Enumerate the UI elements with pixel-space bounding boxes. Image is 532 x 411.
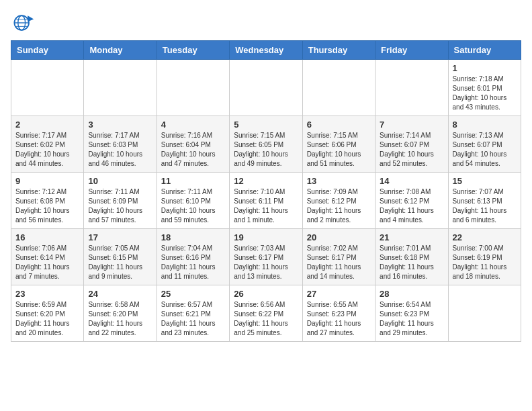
day-number: 21 xyxy=(380,232,443,242)
day-info: Sunrise: 7:05 AM Sunset: 6:15 PM Dayligh… xyxy=(88,244,152,281)
day-number: 6 xyxy=(307,120,371,130)
calendar-week-row: 2Sunrise: 7:17 AM Sunset: 6:02 PM Daylig… xyxy=(11,116,521,173)
day-number: 25 xyxy=(161,289,225,299)
day-info: Sunrise: 7:12 AM Sunset: 6:08 PM Dayligh… xyxy=(15,187,79,225)
calendar-cell: 17Sunrise: 7:05 AM Sunset: 6:15 PM Dayli… xyxy=(84,229,157,285)
day-info: Sunrise: 7:13 AM Sunset: 6:07 PM Dayligh… xyxy=(453,131,517,169)
day-info: Sunrise: 7:11 AM Sunset: 6:09 PM Dayligh… xyxy=(88,187,152,225)
calendar-cell: 20Sunrise: 7:02 AM Sunset: 6:17 PM Dayli… xyxy=(302,229,375,285)
calendar-day-header: Monday xyxy=(84,41,157,60)
day-number: 15 xyxy=(453,176,517,186)
day-number: 7 xyxy=(380,120,443,130)
day-number: 4 xyxy=(161,120,225,130)
day-info: Sunrise: 7:15 AM Sunset: 6:05 PM Dayligh… xyxy=(234,131,298,169)
calendar-cell: 21Sunrise: 7:01 AM Sunset: 6:18 PM Dayli… xyxy=(375,229,448,285)
calendar-cell: 18Sunrise: 7:04 AM Sunset: 6:16 PM Dayli… xyxy=(157,229,229,285)
calendar-cell: 22Sunrise: 7:00 AM Sunset: 6:19 PM Dayli… xyxy=(448,229,521,285)
calendar-cell: 1Sunrise: 7:18 AM Sunset: 6:01 PM Daylig… xyxy=(448,60,521,116)
day-info: Sunrise: 6:54 AM Sunset: 6:23 PM Dayligh… xyxy=(380,300,443,338)
calendar-cell: 25Sunrise: 6:57 AM Sunset: 6:21 PM Dayli… xyxy=(157,285,229,342)
day-info: Sunrise: 7:06 AM Sunset: 6:14 PM Dayligh… xyxy=(15,244,79,281)
day-info: Sunrise: 6:58 AM Sunset: 6:20 PM Dayligh… xyxy=(88,300,152,338)
day-number: 23 xyxy=(15,289,79,299)
calendar-cell: 28Sunrise: 6:54 AM Sunset: 6:23 PM Dayli… xyxy=(375,285,448,342)
logo-icon xyxy=(11,11,35,35)
day-number: 5 xyxy=(234,120,298,130)
day-info: Sunrise: 7:09 AM Sunset: 6:12 PM Dayligh… xyxy=(307,187,371,225)
calendar-cell: 6Sunrise: 7:15 AM Sunset: 6:06 PM Daylig… xyxy=(302,116,375,173)
day-number: 20 xyxy=(307,232,371,242)
day-info: Sunrise: 7:07 AM Sunset: 6:13 PM Dayligh… xyxy=(453,187,517,225)
day-info: Sunrise: 7:08 AM Sunset: 6:12 PM Dayligh… xyxy=(380,187,443,225)
calendar-cell: 12Sunrise: 7:10 AM Sunset: 6:11 PM Dayli… xyxy=(230,173,302,229)
day-info: Sunrise: 7:00 AM Sunset: 6:19 PM Dayligh… xyxy=(453,244,517,281)
day-number: 3 xyxy=(88,120,152,130)
day-number: 27 xyxy=(307,289,371,299)
day-info: Sunrise: 7:15 AM Sunset: 6:06 PM Dayligh… xyxy=(307,131,371,169)
calendar-cell: 16Sunrise: 7:06 AM Sunset: 6:14 PM Dayli… xyxy=(11,229,84,285)
day-info: Sunrise: 7:03 AM Sunset: 6:17 PM Dayligh… xyxy=(234,244,298,281)
day-number: 2 xyxy=(15,120,79,130)
page-header xyxy=(11,11,521,35)
calendar-day-header: Wednesday xyxy=(230,41,302,60)
calendar-cell: 23Sunrise: 6:59 AM Sunset: 6:20 PM Dayli… xyxy=(11,285,84,342)
calendar-day-header: Sunday xyxy=(11,41,84,60)
calendar-cell: 11Sunrise: 7:11 AM Sunset: 6:10 PM Dayli… xyxy=(157,173,229,229)
day-info: Sunrise: 7:02 AM Sunset: 6:17 PM Dayligh… xyxy=(307,244,371,281)
day-info: Sunrise: 6:59 AM Sunset: 6:20 PM Dayligh… xyxy=(15,300,79,338)
calendar-cell: 19Sunrise: 7:03 AM Sunset: 6:17 PM Dayli… xyxy=(230,229,302,285)
day-info: Sunrise: 7:16 AM Sunset: 6:04 PM Dayligh… xyxy=(161,131,225,169)
calendar-cell: 8Sunrise: 7:13 AM Sunset: 6:07 PM Daylig… xyxy=(448,116,521,173)
calendar-day-header: Saturday xyxy=(448,41,521,60)
calendar-cell: 13Sunrise: 7:09 AM Sunset: 6:12 PM Dayli… xyxy=(302,173,375,229)
day-info: Sunrise: 7:14 AM Sunset: 6:07 PM Dayligh… xyxy=(380,131,443,169)
calendar-cell xyxy=(230,60,302,116)
calendar-cell: 24Sunrise: 6:58 AM Sunset: 6:20 PM Dayli… xyxy=(84,285,157,342)
calendar-cell xyxy=(375,60,448,116)
calendar-cell: 27Sunrise: 6:55 AM Sunset: 6:23 PM Dayli… xyxy=(302,285,375,342)
calendar-week-row: 9Sunrise: 7:12 AM Sunset: 6:08 PM Daylig… xyxy=(11,173,521,229)
day-number: 12 xyxy=(234,176,298,186)
calendar-day-header: Thursday xyxy=(302,41,375,60)
day-info: Sunrise: 6:55 AM Sunset: 6:23 PM Dayligh… xyxy=(307,300,371,338)
day-info: Sunrise: 7:18 AM Sunset: 6:01 PM Dayligh… xyxy=(453,75,517,112)
day-info: Sunrise: 7:10 AM Sunset: 6:11 PM Dayligh… xyxy=(234,187,298,225)
calendar-cell: 15Sunrise: 7:07 AM Sunset: 6:13 PM Dayli… xyxy=(448,173,521,229)
day-info: Sunrise: 7:11 AM Sunset: 6:10 PM Dayligh… xyxy=(161,187,225,225)
day-number: 18 xyxy=(161,232,225,242)
calendar-cell: 5Sunrise: 7:15 AM Sunset: 6:05 PM Daylig… xyxy=(230,116,302,173)
day-number: 26 xyxy=(234,289,298,299)
day-number: 8 xyxy=(453,120,517,130)
calendar-day-header: Friday xyxy=(375,41,448,60)
day-info: Sunrise: 7:17 AM Sunset: 6:03 PM Dayligh… xyxy=(88,131,152,169)
calendar-cell xyxy=(11,60,84,116)
day-info: Sunrise: 6:56 AM Sunset: 6:22 PM Dayligh… xyxy=(234,300,298,338)
calendar-table: SundayMondayTuesdayWednesdayThursdayFrid… xyxy=(11,40,521,342)
day-number: 14 xyxy=(380,176,443,186)
day-info: Sunrise: 7:04 AM Sunset: 6:16 PM Dayligh… xyxy=(161,244,225,281)
day-number: 13 xyxy=(307,176,371,186)
day-number: 11 xyxy=(161,176,225,186)
calendar-week-row: 23Sunrise: 6:59 AM Sunset: 6:20 PM Dayli… xyxy=(11,285,521,342)
calendar-cell: 26Sunrise: 6:56 AM Sunset: 6:22 PM Dayli… xyxy=(230,285,302,342)
svg-marker-5 xyxy=(28,15,34,21)
calendar-cell: 9Sunrise: 7:12 AM Sunset: 6:08 PM Daylig… xyxy=(11,173,84,229)
day-number: 1 xyxy=(453,63,517,73)
calendar-day-header: Tuesday xyxy=(157,41,229,60)
calendar-cell xyxy=(302,60,375,116)
day-number: 16 xyxy=(15,232,79,242)
calendar-cell xyxy=(448,285,521,342)
calendar-week-row: 1Sunrise: 7:18 AM Sunset: 6:01 PM Daylig… xyxy=(11,60,521,116)
day-info: Sunrise: 7:01 AM Sunset: 6:18 PM Dayligh… xyxy=(380,244,443,281)
day-number: 28 xyxy=(380,289,443,299)
calendar-cell: 3Sunrise: 7:17 AM Sunset: 6:03 PM Daylig… xyxy=(84,116,157,173)
day-number: 9 xyxy=(15,176,79,186)
day-info: Sunrise: 7:17 AM Sunset: 6:02 PM Dayligh… xyxy=(15,131,79,169)
calendar-week-row: 16Sunrise: 7:06 AM Sunset: 6:14 PM Dayli… xyxy=(11,229,521,285)
calendar-cell: 4Sunrise: 7:16 AM Sunset: 6:04 PM Daylig… xyxy=(157,116,229,173)
day-number: 17 xyxy=(88,232,152,242)
day-number: 24 xyxy=(88,289,152,299)
calendar-cell: 7Sunrise: 7:14 AM Sunset: 6:07 PM Daylig… xyxy=(375,116,448,173)
day-number: 10 xyxy=(88,176,152,186)
calendar-cell: 2Sunrise: 7:17 AM Sunset: 6:02 PM Daylig… xyxy=(11,116,84,173)
